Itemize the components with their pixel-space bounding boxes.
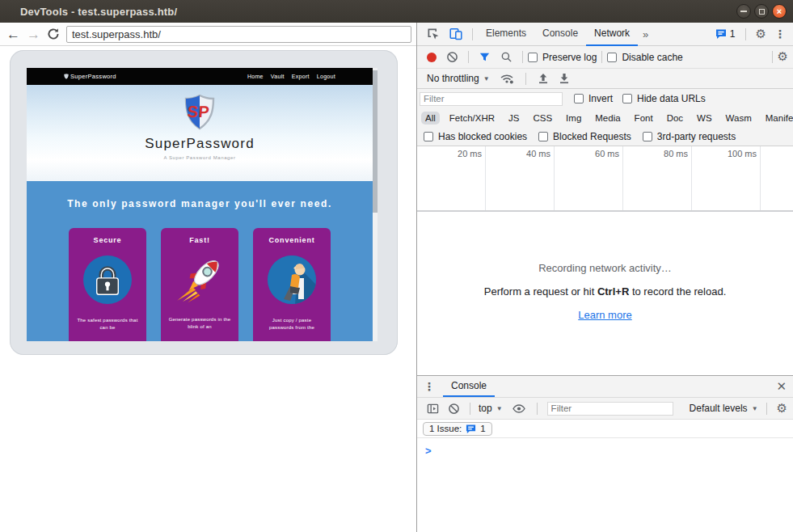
card-fast: Fast! [161, 228, 238, 341]
superpassword-site: SuperPassword Home Vault Export Logout [27, 68, 373, 341]
network-filter-row: Invert Hide data URLs [417, 89, 793, 108]
clear-icon [446, 51, 458, 63]
more-tabs-button[interactable]: » [638, 28, 653, 40]
has-blocked-cookies-checkbox[interactable]: Has blocked cookies [424, 131, 527, 142]
type-filter-manifest[interactable]: Manifest [761, 112, 793, 125]
site-nav-export[interactable]: Export [292, 74, 310, 79]
reload-button[interactable] [47, 27, 60, 40]
chevron-down-icon: ▼ [752, 405, 758, 412]
throttling-select[interactable]: No throttling▼ [427, 73, 490, 84]
live-expression-button[interactable] [506, 403, 532, 414]
tab-network[interactable]: Network [586, 23, 638, 46]
network-toolbar: Preserve log Disable cache ⚙ [417, 46, 793, 69]
learn-more-link[interactable]: Learn more [578, 309, 631, 321]
card-title: Secure [69, 236, 146, 244]
network-settings-button[interactable]: ⚙ [778, 51, 788, 63]
issue-label: 1 Issue: [429, 424, 462, 433]
timeline-tick: 100 ms [692, 146, 761, 210]
checkbox [643, 132, 652, 141]
timeline-tick: 60 ms [555, 146, 623, 210]
console-settings-button[interactable]: ⚙ [777, 403, 787, 415]
type-filter-all[interactable]: All [421, 112, 440, 125]
minimize-button[interactable] [736, 4, 751, 19]
throttling-row: No throttling▼ [417, 69, 793, 89]
network-conditions-button[interactable] [493, 73, 521, 84]
checkbox [528, 53, 538, 62]
drawer-close-button[interactable]: ✕ [776, 379, 787, 394]
scrollbar-thumb[interactable] [373, 70, 378, 213]
invert-checkbox[interactable]: Invert [574, 93, 613, 104]
type-filter-media[interactable]: Media [591, 112, 624, 125]
site-brand[interactable]: SuperPassword [64, 73, 116, 80]
forward-button[interactable]: → [27, 27, 40, 41]
maximize-button[interactable] [754, 4, 769, 19]
back-button[interactable]: ← [6, 27, 20, 41]
export-har-button[interactable] [555, 73, 573, 84]
type-filter-ws[interactable]: WS [693, 112, 716, 125]
chevron-down-icon: ▼ [496, 405, 503, 412]
type-filter-js[interactable]: JS [504, 112, 523, 125]
network-timeline[interactable]: 20 ms 40 ms 60 ms 80 ms 100 ms [417, 146, 793, 212]
filter-toggle-button[interactable] [474, 51, 496, 63]
checkbox [424, 132, 433, 141]
svg-text:SP: SP [187, 103, 210, 120]
tab-elements[interactable]: Elements [478, 23, 534, 46]
type-filter-fetch-xhr[interactable]: Fetch/XHR [445, 112, 499, 125]
device-frame: SuperPassword Home Vault Export Logout [10, 50, 398, 355]
tab-console[interactable]: Console [534, 23, 586, 46]
network-empty-state: Recording network activity… Perform a re… [417, 212, 793, 375]
maximize-icon [759, 9, 765, 15]
issue-counter-chip[interactable]: 1 Issue: 1 [423, 422, 492, 436]
drawer-menu-button[interactable]: ⋮ [424, 381, 435, 392]
type-filter-wasm[interactable]: Wasm [722, 112, 756, 125]
record-button[interactable] [427, 53, 437, 62]
console-prompt-area[interactable]: > [417, 438, 793, 532]
issues-count: 1 [730, 28, 736, 40]
chevron-down-icon: ▼ [483, 75, 490, 82]
close-button[interactable]: × [772, 4, 787, 19]
preserve-log-checkbox[interactable]: Preserve log [528, 52, 597, 63]
blocked-requests-checkbox[interactable]: Blocked Requests [538, 131, 631, 142]
console-drawer: ⋮ Console ✕ top▼ [417, 375, 793, 532]
site-blue-section: The only password manager you'll ever ne… [27, 181, 373, 341]
type-filter-css[interactable]: CSS [529, 112, 556, 125]
settings-gear-button[interactable]: ⚙ [756, 28, 766, 40]
type-filter-font[interactable]: Font [631, 112, 657, 125]
url-input[interactable] [66, 26, 411, 43]
execution-context-select[interactable]: top▼ [479, 403, 503, 414]
console-sidebar-button[interactable] [423, 403, 443, 415]
hide-data-urls-checkbox[interactable]: Hide data URLs [622, 93, 706, 104]
third-party-requests-checkbox[interactable]: 3rd-party requests [643, 131, 736, 142]
timeline-tick: 20 ms [417, 146, 486, 210]
minimize-icon [740, 11, 747, 12]
log-levels-select[interactable]: Default levels▼ [690, 403, 758, 414]
network-filter-input[interactable] [420, 92, 563, 106]
site-subtitle: A Super Password Manager [27, 155, 373, 160]
site-nav-home[interactable]: Home [247, 74, 264, 79]
issues-counter[interactable]: 1 [715, 28, 736, 40]
issues-bubble-icon [715, 28, 727, 40]
timeline-tick: 40 ms [486, 146, 555, 210]
close-icon: × [777, 7, 782, 16]
site-nav-vault[interactable]: Vault [271, 74, 285, 79]
type-filter-img[interactable]: Img [562, 112, 585, 125]
disable-cache-checkbox[interactable]: Disable cache [607, 52, 682, 63]
eye-icon [512, 403, 525, 414]
type-filter-doc[interactable]: Doc [663, 112, 687, 125]
device-toolbar-button[interactable] [445, 27, 467, 40]
inspect-element-button[interactable] [422, 27, 445, 40]
console-clear-button[interactable] [443, 403, 465, 415]
card-title: Fast! [161, 236, 238, 244]
rocket-icon [173, 253, 226, 303]
card-secure: Secure [69, 228, 146, 341]
import-har-button[interactable] [531, 73, 555, 84]
drawer-tab-console[interactable]: Console [443, 376, 495, 397]
search-button[interactable] [496, 51, 517, 63]
search-icon [500, 51, 512, 63]
card-text: Just copy / paste passwords from the [253, 317, 331, 331]
console-filter-input[interactable] [547, 402, 673, 416]
clear-button[interactable] [441, 51, 463, 63]
viewport-scrollbar[interactable] [373, 68, 378, 341]
site-nav-logout[interactable]: Logout [317, 74, 335, 79]
main-menu-button[interactable]: ⋮ [774, 28, 786, 40]
